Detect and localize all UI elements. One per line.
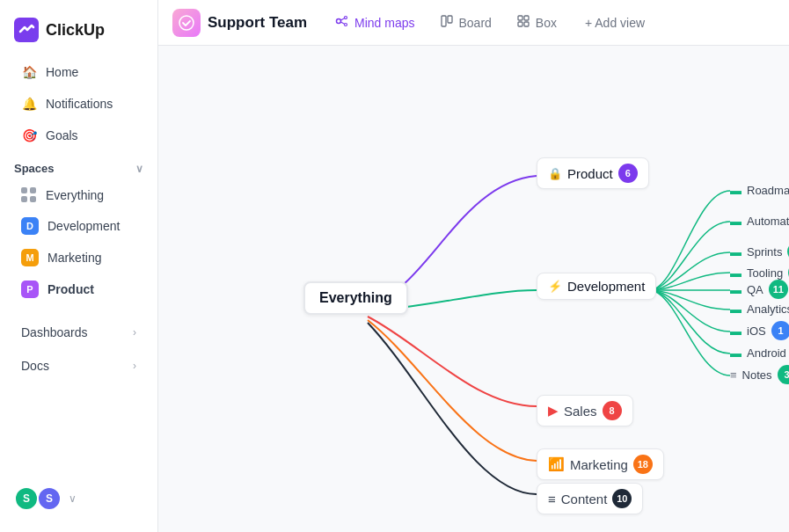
svg-rect-7 <box>442 16 446 26</box>
docs-section[interactable]: Docs › <box>7 350 150 382</box>
nav-notifications-label: Notifications <box>46 97 113 111</box>
analytics-folder-icon: ▬ <box>730 302 742 316</box>
product-lock-icon: 🔒 <box>548 167 562 180</box>
avatar-2: S <box>37 486 62 511</box>
automation-node[interactable]: ▬ Automation 6 <box>730 211 789 230</box>
box-icon <box>516 14 530 31</box>
development-node-label: Development <box>567 279 645 294</box>
marketing-label: Marketing <box>47 251 101 265</box>
bell-icon: 🔔 <box>21 96 37 112</box>
marketing-badge: M <box>21 249 39 266</box>
board-icon <box>440 14 454 31</box>
notes-list-icon: ≡ <box>730 368 737 382</box>
svg-line-5 <box>341 18 345 20</box>
app-name: ClickUp <box>46 21 105 40</box>
dashboards-section[interactable]: Dashboards › <box>7 317 150 348</box>
product-badge: P <box>21 281 39 298</box>
svg-point-1 <box>179 16 194 30</box>
sidebar: ClickUp 🏠 Home 🔔 Notifications 🎯 Goals S… <box>0 0 158 532</box>
add-view-button[interactable]: + Add view <box>574 11 655 35</box>
sprints-node[interactable]: ▬ Sprints 11 <box>730 242 789 261</box>
sales-node[interactable]: ▶ Sales 8 <box>537 395 633 426</box>
svg-rect-12 <box>524 22 529 26</box>
marketing-icon: 📶 <box>548 456 565 472</box>
roadmap-node[interactable]: ▬ Roadmap 11 <box>730 180 789 200</box>
tooling-label: Tooling <box>747 266 783 280</box>
center-label: Everything <box>319 290 392 305</box>
nav-notifications[interactable]: 🔔 Notifications <box>7 89 150 119</box>
tab-mind-maps-label: Mind maps <box>354 16 414 30</box>
sidebar-footer: S S ∨ <box>0 476 157 521</box>
sprints-folder-icon: ▬ <box>730 245 742 259</box>
avatar-1: S <box>14 486 39 511</box>
nav-goals[interactable]: 🎯 Goals <box>7 120 150 150</box>
qa-folder-icon: ▬ <box>730 283 742 296</box>
ios-node[interactable]: ▬ iOS 1 <box>730 321 789 340</box>
svg-rect-8 <box>448 16 452 23</box>
home-icon: 🏠 <box>21 64 37 80</box>
analytics-label: Analytics <box>747 302 789 316</box>
add-view-label: + Add view <box>585 16 645 30</box>
svg-rect-9 <box>518 16 522 20</box>
sidebar-item-product[interactable]: P Product <box>7 274 150 304</box>
workspace-icon <box>172 9 201 37</box>
svg-rect-11 <box>518 22 522 26</box>
mind-map-canvas: Everything 🔒 Product 6 ⚡ Development ▶ S… <box>158 46 789 532</box>
svg-point-4 <box>345 24 347 26</box>
automation-label: Automation <box>747 215 789 228</box>
nav-goals-label: Goals <box>46 128 78 142</box>
ios-badge: 1 <box>771 321 789 340</box>
marketing-node[interactable]: 📶 Marketing 18 <box>537 448 664 480</box>
analytics-node[interactable]: ▬ Analytics 5 <box>730 299 789 318</box>
marketing-badge: 18 <box>633 455 653 474</box>
roadmap-label: Roadmap <box>747 184 789 197</box>
tab-mind-maps[interactable]: Mind maps <box>325 9 425 36</box>
android-node[interactable]: ▬ Android 4 <box>730 343 789 362</box>
goals-icon: 🎯 <box>21 128 37 143</box>
sales-icon: ▶ <box>548 403 559 419</box>
dashboards-label: Dashboards <box>21 325 88 339</box>
qa-label: QA <box>747 283 763 296</box>
sidebar-item-everything[interactable]: Everything <box>7 181 150 209</box>
mind-maps-icon <box>335 14 349 31</box>
content-icon: ≡ <box>548 492 556 506</box>
sales-badge: 8 <box>603 401 622 420</box>
spaces-header[interactable]: Spaces ∨ <box>0 151 157 180</box>
development-node[interactable]: ⚡ Development <box>537 273 656 300</box>
tab-board[interactable]: Board <box>429 9 502 36</box>
main: Support Team Mind maps Board Box + Add v… <box>158 0 789 532</box>
nav-home-label: Home <box>46 65 78 79</box>
tab-box[interactable]: Box <box>506 9 567 36</box>
product-label: Product <box>47 282 94 296</box>
dots-icon <box>21 187 37 203</box>
everything-label: Everything <box>46 188 104 202</box>
notes-node[interactable]: ≡ Notes 3 <box>730 365 789 384</box>
content-node[interactable]: ≡ Content 10 <box>537 483 643 514</box>
product-node[interactable]: 🔒 Product 6 <box>537 157 649 189</box>
notes-label: Notes <box>742 368 772 382</box>
content-badge: 10 <box>612 489 632 508</box>
nav-home[interactable]: 🏠 Home <box>7 57 150 87</box>
marketing-node-label: Marketing <box>570 457 628 472</box>
logo[interactable]: ClickUp <box>0 11 157 56</box>
product-badge-count: 6 <box>618 164 638 183</box>
logo-icon <box>14 18 39 42</box>
ios-label: iOS <box>747 324 766 338</box>
android-label: Android <box>747 346 786 360</box>
tab-board-label: Board <box>459 16 492 30</box>
development-label: Development <box>47 219 121 233</box>
svg-point-2 <box>337 19 341 24</box>
qa-node[interactable]: ▬ QA 11 <box>730 280 788 299</box>
spaces-label: Spaces <box>14 162 55 175</box>
center-node: Everything <box>303 281 408 315</box>
development-badge: D <box>21 217 39 235</box>
sales-label: Sales <box>564 404 597 419</box>
notes-badge: 3 <box>778 365 789 384</box>
android-folder-icon: ▬ <box>730 346 742 360</box>
sprints-label: Sprints <box>747 245 782 259</box>
sidebar-item-marketing[interactable]: M Marketing <box>7 243 150 273</box>
dashboards-chevron: › <box>133 326 136 339</box>
docs-label: Docs <box>21 359 49 373</box>
sidebar-item-development[interactable]: D Development <box>7 211 150 241</box>
qa-badge: 11 <box>769 280 788 299</box>
